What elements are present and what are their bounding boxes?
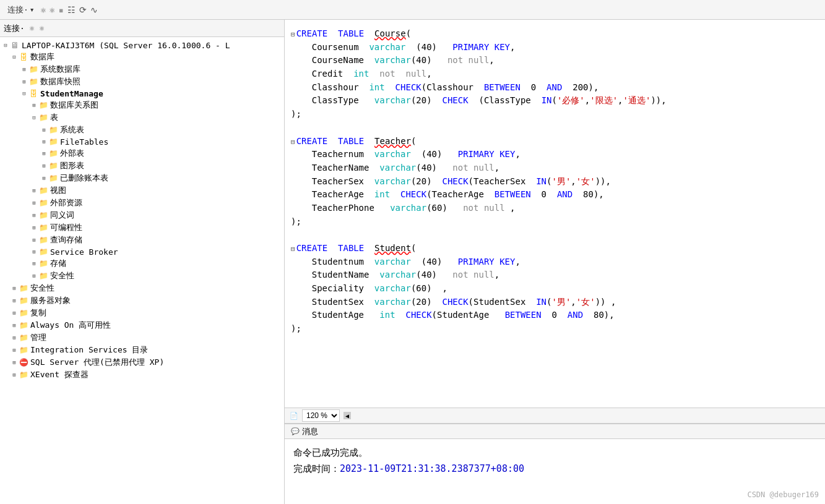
mgmt-label: 管理	[30, 332, 46, 343]
filter1-icon[interactable]: ⚛	[41, 5, 46, 15]
sidebar-item-service-broker[interactable]: ⊞ 📁 Service Broker	[0, 246, 284, 257]
exttbl-label: 外部表	[60, 148, 84, 159]
sidebar-item-replication[interactable]: ⊞ 📁 复制	[0, 307, 284, 319]
prog-expand[interactable]: ⊞	[30, 223, 38, 232]
messages-line2: 完成时间：2023-11-09T21:31:38.2387377+08:00	[293, 461, 816, 477]
sb-label: Service Broker	[50, 247, 118, 257]
is-expand[interactable]: ⊞	[10, 346, 19, 354]
sysdb-icon: 📁	[28, 64, 38, 74]
sidebar-item-databases[interactable]: ⊟ 🗄 数据库	[0, 51, 284, 63]
collapse-student[interactable]: ⊟	[291, 245, 295, 253]
connect-dropdown-icon[interactable]: ▾	[30, 5, 35, 14]
filter2-icon[interactable]: ⚛	[50, 5, 54, 15]
sidebar-item-synonyms[interactable]: ⊞ 📁 同义词	[0, 209, 284, 221]
sidebar-item-graph-tables[interactable]: ⊞ 📁 图形表	[0, 160, 284, 172]
code-line-student-end: );	[291, 322, 819, 336]
message-icon: 💬	[291, 427, 300, 435]
filetbl-expand[interactable]: ⊞	[40, 137, 48, 146]
filetbl-label: FileTables	[60, 137, 108, 147]
sysdb-label: 系统数据库	[40, 64, 80, 75]
completion-time: 2023-11-09T21:31:38.2387377+08:00	[340, 463, 524, 474]
sidebar-item-sql-agent[interactable]: ⊞ ⛔ SQL Server 代理(已禁用代理 XP)	[0, 356, 284, 369]
stor-expand[interactable]: ⊞	[30, 259, 38, 268]
sidebar-item-system-db[interactable]: ⊞ 📁 系统数据库	[0, 63, 284, 75]
views-label: 视图	[50, 185, 66, 196]
sidebar: 连接· ⚛ ⚛ ⊟ 🖥 LAPTOP-KAIJ3T6M (SQL Server …	[0, 20, 285, 504]
deleted-expand[interactable]: ⊞	[40, 174, 48, 182]
srvobj-expand[interactable]: ⊞	[10, 296, 19, 305]
connect-button[interactable]: 连接· ▾	[5, 3, 37, 17]
sidebar-item-server-security[interactable]: ⊞ 📁 安全性	[0, 282, 284, 294]
code-line-teachernum: Teachernum varchar (40) PRIMARY KEY,	[291, 148, 819, 161]
filter3-icon[interactable]: ☷	[67, 5, 76, 15]
ao-expand[interactable]: ⊞	[10, 321, 19, 330]
sidebar-item-external-tables[interactable]: ⊞ 📁 外部表	[0, 147, 284, 160]
dbsec-label: 安全性	[50, 270, 74, 281]
sidebar-item-views[interactable]: ⊞ 📁 视图	[0, 184, 284, 197]
mgmt-icon: 📁	[19, 333, 28, 343]
sm-expand[interactable]: ⊟	[20, 89, 28, 98]
collapse-teacher[interactable]: ⊟	[291, 138, 295, 146]
extres-expand[interactable]: ⊞	[30, 199, 38, 207]
graphtbl-expand[interactable]: ⊞	[40, 161, 48, 170]
sm-icon: 🗄	[28, 88, 38, 98]
sidebar-item-deleted-accounts[interactable]: ⊞ 📁 已删除账本表	[0, 172, 284, 184]
agent-icon: ⛔	[19, 357, 28, 367]
code-line-classhour: Classhour int CHECK(Classhour BETWEEN 0 …	[291, 81, 819, 95]
sysdb-expand[interactable]: ⊞	[20, 65, 28, 74]
sidebar-item-server-objects[interactable]: ⊞ 📁 服务器对象	[0, 294, 284, 307]
sidebar-filter2-icon[interactable]: ⚛	[40, 23, 45, 33]
sidebar-item-tables[interactable]: ⊟ 📁 表	[0, 111, 284, 124]
srvsec-label: 安全性	[30, 283, 54, 294]
code-line-coursename: CourseName varchar(40) not null,	[291, 54, 819, 67]
dbsec-expand[interactable]: ⊞	[30, 271, 38, 280]
systbl-expand[interactable]: ⊞	[40, 126, 48, 134]
collapse-course[interactable]: ⊟	[291, 30, 295, 38]
sidebar-item-management[interactable]: ⊞ 📁 管理	[0, 331, 284, 344]
server-node[interactable]: ⊟ 🖥 LAPTOP-KAIJ3T6M (SQL Server 16.0.100…	[0, 40, 284, 51]
server-expand-icon[interactable]: ⊟	[1, 41, 10, 49]
srvsec-expand[interactable]: ⊞	[10, 284, 19, 293]
xevent-label: XEvent 探查器	[30, 369, 89, 380]
sidebar-item-always-on[interactable]: ⊞ 📁 Always On 高可用性	[0, 319, 284, 331]
snapshot-expand[interactable]: ⊞	[20, 77, 28, 86]
tables-expand[interactable]: ⊟	[30, 113, 38, 122]
sidebar-item-db-snapshot[interactable]: ⊞ 📁 数据库快照	[0, 75, 284, 88]
db-group-expand[interactable]: ⊟	[10, 53, 19, 61]
deleted-label: 已删除账本表	[60, 173, 108, 184]
sidebar-item-storage[interactable]: ⊞ 📁 存储	[0, 257, 284, 270]
sidebar-item-db-diagram[interactable]: ⊞ 📁 数据库关系图	[0, 99, 284, 111]
syn-expand[interactable]: ⊞	[30, 211, 38, 220]
scroll-left-btn[interactable]: ◀	[343, 412, 351, 419]
refresh-icon[interactable]: ⟳	[79, 5, 87, 15]
code-editor[interactable]: ⊟CREATE TABLE Course( Coursenum varchar …	[285, 20, 825, 408]
sidebar-item-external-resources[interactable]: ⊞ 📁 外部资源	[0, 197, 284, 209]
stop-icon[interactable]: ▪	[59, 5, 64, 15]
sidebar-filter-icon[interactable]: ⚛	[30, 23, 35, 33]
qs-expand[interactable]: ⊞	[30, 236, 38, 244]
sidebar-item-query-store[interactable]: ⊞ 📁 查询存储	[0, 234, 284, 246]
agent-label: SQL Server 代理(已禁用代理 XP)	[30, 357, 164, 368]
sm-label: StudentManage	[40, 89, 103, 98]
sidebar-item-programmability[interactable]: ⊞ 📁 可编程性	[0, 221, 284, 234]
mgmt-expand[interactable]: ⊞	[10, 333, 19, 342]
sb-expand[interactable]: ⊞	[30, 247, 38, 256]
exttbl-expand[interactable]: ⊞	[40, 149, 48, 158]
sidebar-item-db-security[interactable]: ⊞ 📁 安全性	[0, 270, 284, 282]
sidebar-item-sys-tables[interactable]: ⊞ 📁 系统表	[0, 124, 284, 136]
xevent-expand[interactable]: ⊞	[10, 370, 19, 379]
agent-expand[interactable]: ⊞	[10, 358, 19, 367]
srvobj-icon: 📁	[19, 296, 28, 305]
diagram-expand[interactable]: ⊞	[30, 101, 38, 109]
sidebar-item-student-manage[interactable]: ⊟ 🗄 StudentManage	[0, 88, 284, 99]
sidebar-item-file-tables[interactable]: ⊞ 📁 FileTables	[0, 136, 284, 147]
sidebar-item-xevent[interactable]: ⊞ 📁 XEvent 探查器	[0, 369, 284, 381]
messages-tab[interactable]: 💬 消息	[285, 424, 825, 439]
code-area: ⊟CREATE TABLE Course( Coursenum varchar …	[285, 20, 825, 504]
zoom-select[interactable]: 50 % 75 % 100 % 120 % 150 % 200 %	[302, 409, 340, 422]
repl-expand[interactable]: ⊞	[10, 309, 19, 317]
activity-icon[interactable]: ∿	[90, 5, 98, 15]
views-expand[interactable]: ⊞	[30, 186, 38, 195]
sidebar-item-integration-services[interactable]: ⊞ 📁 Integration Services 目录	[0, 344, 284, 356]
qs-label: 查询存储	[50, 234, 82, 246]
